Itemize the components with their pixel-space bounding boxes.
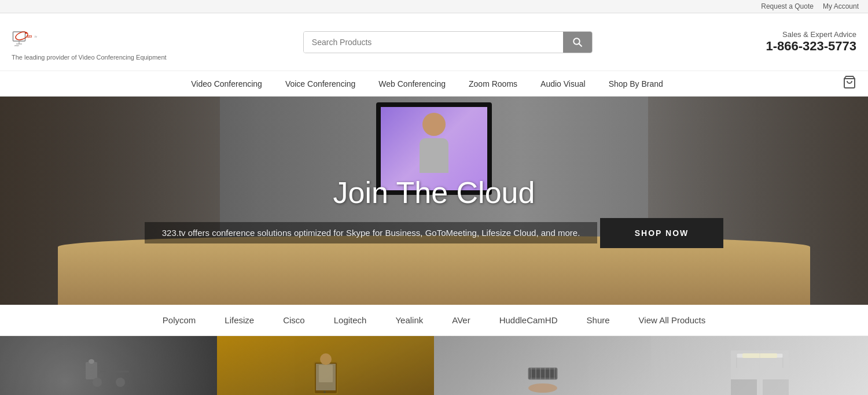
hero-title: Join The Cloud (145, 175, 724, 210)
brand-aver[interactable]: AVer (452, 315, 470, 325)
svg-rect-13 (100, 371, 129, 372)
thumbnail-2-image (217, 336, 434, 395)
shop-now-button[interactable]: SHOP NOW (600, 218, 724, 248)
sales-label: Sales & Expert Advice (729, 30, 856, 39)
thumbnail-3[interactable] (434, 336, 651, 395)
thumbnail-1-image (0, 336, 217, 395)
brand-logitech[interactable]: Logitech (334, 315, 367, 325)
svg-text:323: 323 (27, 35, 32, 38)
search-area (167, 31, 729, 53)
svg-rect-11 (86, 362, 97, 379)
top-bar: Request a Quote My Account (0, 0, 868, 13)
svg-line-9 (579, 43, 582, 46)
search-icon (572, 37, 583, 47)
logo[interactable]: 323 .tv www. (12, 24, 46, 53)
nav-item-zoom-rooms[interactable]: Zoom Rooms (469, 79, 517, 89)
svg-point-14 (93, 378, 102, 387)
nav-item-voice-conferencing[interactable]: Voice Conferencing (285, 79, 355, 89)
header: 323 .tv www. The leading provider of Vid… (0, 13, 868, 71)
nav-item-web-conferencing[interactable]: Web Conferencing (378, 79, 446, 89)
thumbnail-1[interactable] (0, 336, 217, 395)
svg-text:.tv: .tv (34, 35, 38, 38)
logo-icon: 323 .tv www. (12, 24, 46, 53)
svg-point-29 (528, 383, 557, 393)
svg-rect-20 (319, 365, 333, 382)
svg-rect-35 (731, 379, 757, 395)
hero-banner: Join The Cloud 323.tv offers conference … (0, 97, 868, 305)
brand-cisco[interactable]: Cisco (283, 315, 305, 325)
phone-number: 1-866-323-5773 (729, 39, 856, 54)
thumbnail-3-image (434, 336, 651, 395)
svg-point-15 (116, 378, 125, 387)
nav-item-video-conferencing[interactable]: Video Conferencing (191, 79, 262, 89)
search-form (303, 31, 593, 53)
svg-point-19 (320, 353, 332, 365)
brand-polycom[interactable]: Polycom (163, 315, 196, 325)
brand-shure[interactable]: Shure (587, 315, 610, 325)
thumbnail-4-image (651, 336, 868, 395)
search-button[interactable] (563, 32, 592, 53)
request-quote-link[interactable]: Request a Quote (761, 2, 814, 10)
nav-item-audio-visual[interactable]: Audio Visual (540, 79, 586, 89)
contact-area: Sales & Expert Advice 1-866-323-5773 (729, 30, 856, 54)
nav-item-shop-by-brand[interactable]: Shop By Brand (609, 79, 663, 89)
svg-rect-22 (530, 370, 556, 378)
thumbnail-2[interactable] (217, 336, 434, 395)
nav-items: Video Conferencing Voice Conferencing We… (12, 79, 843, 89)
svg-point-18 (323, 391, 326, 393)
thumbnail-4[interactable] (651, 336, 868, 395)
brand-lifesize[interactable]: Lifesize (225, 315, 254, 325)
brand-view-all[interactable]: View All Products (639, 315, 706, 325)
my-account-link[interactable]: My Account (823, 2, 859, 10)
brand-yealink[interactable]: Yealink (395, 315, 423, 325)
logo-tagline: The leading provider of Video Conferenci… (12, 54, 167, 61)
svg-rect-36 (763, 379, 789, 395)
product-thumbnails (0, 336, 868, 395)
hero-subtitle: 323.tv offers conference solutions optim… (145, 222, 598, 243)
svg-rect-12 (89, 359, 94, 364)
svg-point-8 (573, 38, 580, 45)
svg-point-4 (25, 32, 27, 34)
svg-text:www.: www. (14, 45, 19, 47)
brand-huddlecamhd[interactable]: HuddleCamHD (499, 315, 558, 325)
brand-bar: Polycom Lifesize Cisco Logitech Yealink … (0, 305, 868, 336)
logo-area: 323 .tv www. The leading provider of Vid… (12, 24, 167, 61)
search-input[interactable] (304, 32, 563, 53)
cart-icon[interactable] (843, 75, 856, 93)
main-nav: Video Conferencing Voice Conferencing We… (0, 71, 868, 97)
hero-content: Join The Cloud 323.tv offers conference … (145, 175, 724, 261)
